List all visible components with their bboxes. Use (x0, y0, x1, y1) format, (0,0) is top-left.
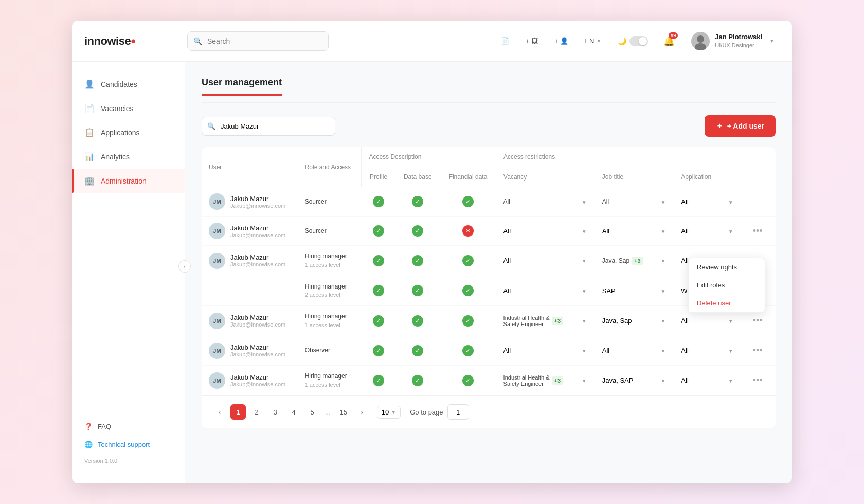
sidebar-item-vacancies[interactable]: 📄 Vacancies (72, 96, 185, 120)
toggle-track[interactable] (629, 36, 648, 46)
user-info: Jan Piotrowski UI/UX Desinger (715, 33, 762, 49)
add-user-button[interactable]: ＋ + Add user (705, 115, 776, 137)
delete-user-item[interactable]: Delete user (689, 294, 765, 312)
chevron-down-icon[interactable]: ▼ (728, 229, 733, 235)
more-button[interactable]: ••• (749, 343, 767, 357)
next-page-button[interactable]: › (354, 404, 370, 420)
page-3-button[interactable]: 3 (267, 404, 283, 420)
per-page-selector[interactable]: 10 ▼ (377, 406, 401, 419)
chevron-down-icon[interactable]: ▼ (728, 378, 733, 384)
add-doc-button[interactable]: + 📄 (491, 34, 513, 48)
role-cell: Hiring manager1 access level (298, 246, 362, 276)
vacancy-cell: Industrial Health &Safety Engineer +3 (496, 365, 574, 395)
page-4-button[interactable]: 4 (286, 404, 301, 420)
chevron-down-icon[interactable]: ▼ (660, 229, 665, 235)
user-role: UI/UX Desinger (715, 42, 762, 49)
vacancy-chevron-cell[interactable]: ▼ (574, 276, 595, 306)
page-5-button[interactable]: 5 (304, 404, 320, 420)
chevron-down-icon[interactable]: ▼ (582, 200, 587, 205)
chevron-down-icon[interactable]: ▼ (582, 318, 587, 324)
notifications-button[interactable]: 🔔 99 (660, 32, 678, 50)
chevron-down-icon[interactable]: ▼ (582, 258, 587, 264)
support-icon: 🌐 (84, 441, 93, 448)
page-15-button[interactable]: 15 (336, 404, 351, 420)
col-user: User (202, 147, 298, 187)
chevron-down-icon[interactable]: ▼ (660, 200, 665, 205)
page-title-wrap: User management (202, 77, 776, 103)
sidebar-item-applications[interactable]: 📋 Applications (72, 120, 185, 145)
review-rights-item[interactable]: Review rights (689, 258, 765, 276)
theme-toggle[interactable]: 🌙 (614, 34, 652, 48)
search-icon: 🔍 (193, 37, 202, 45)
col-role-access: Role and Access (298, 147, 362, 187)
job-title-chevron-cell[interactable]: ▼ (653, 276, 674, 306)
sidebar-item-administration[interactable]: 🏢 Administration (72, 169, 185, 193)
page-1-button[interactable]: 1 (230, 404, 246, 420)
chevron-down-icon[interactable]: ▼ (582, 378, 587, 384)
table-row: JM Jakub Mazur Jakub@innowise.com Observ… (202, 336, 776, 365)
user-cell: JM Jakub Mazur Jakub@innowise.com (202, 306, 298, 336)
chevron-down-icon[interactable]: ▼ (582, 229, 587, 235)
sidebar-collapse-button[interactable]: ‹ (178, 260, 191, 273)
job-title-chevron-cell[interactable]: ▼ (653, 187, 674, 217)
more-cell[interactable]: ••• (742, 365, 776, 395)
check-icon: ✓ (373, 315, 384, 327)
profile-cell: ✓ (362, 217, 395, 246)
job-title-chevron-cell[interactable]: ▼ (653, 365, 674, 395)
more-cell[interactable]: ••• (742, 217, 776, 246)
more-cell[interactable]: ••• (742, 336, 776, 365)
role-cell: Sourcer (298, 217, 362, 246)
job-title-chevron-cell[interactable]: ▼ (653, 217, 674, 246)
user-search-input[interactable] (202, 117, 335, 136)
chevron-down-icon[interactable]: ▼ (728, 348, 733, 354)
more-button[interactable]: ••• (749, 313, 767, 328)
chevron-down-icon[interactable]: ▼ (660, 378, 665, 384)
chevron-down-icon[interactable]: ▼ (660, 348, 665, 354)
goto-page-input[interactable] (447, 404, 469, 420)
application-chevron-cell[interactable]: ▼ (721, 187, 742, 217)
technical-support-link[interactable]: 🌐 Technical support (72, 436, 185, 454)
vacancy-chevron-cell[interactable]: ▼ (574, 217, 595, 246)
add-person-button[interactable]: + 👤 (550, 34, 572, 48)
page-2-button[interactable]: 2 (249, 404, 264, 420)
chevron-down-icon[interactable]: ▼ (582, 289, 587, 294)
job-title-chevron-cell[interactable]: ▼ (653, 306, 674, 336)
database-cell: ✓ (395, 276, 440, 306)
application-cell: All (674, 336, 721, 365)
chevron-down-icon[interactable]: ▼ (660, 258, 665, 264)
application-cell: All (674, 187, 721, 217)
chevron-down-icon[interactable]: ▼ (728, 200, 733, 205)
vacancy-chevron-cell[interactable]: ▼ (574, 187, 595, 217)
chevron-down-icon[interactable]: ▼ (660, 289, 665, 294)
pagination: ‹ 1 2 3 4 5 ... 15 › 10 ▼ Go to page (202, 395, 776, 428)
applications-icon: 📋 (84, 128, 95, 137)
more-button[interactable]: ••• (749, 373, 767, 387)
check-icon: ✓ (373, 196, 384, 207)
sidebar-item-analytics[interactable]: 📊 Analytics (72, 145, 185, 169)
prev-page-button[interactable]: ‹ (212, 404, 227, 420)
chevron-down-icon[interactable]: ▼ (660, 318, 665, 324)
vacancy-chevron-cell[interactable]: ▼ (574, 246, 595, 276)
job-title-chevron-cell[interactable]: ▼ (653, 336, 674, 365)
more-button[interactable]: ••• (749, 224, 767, 238)
global-search-input[interactable] (187, 31, 329, 51)
vacancy-chevron-cell[interactable]: ▼ (574, 336, 595, 365)
user-profile[interactable]: Jan Piotrowski UI/UX Desinger ▼ (686, 29, 780, 53)
job-title-cell: Java, Sap (595, 306, 654, 336)
edit-roles-item[interactable]: Edit roles (689, 276, 765, 294)
language-selector[interactable]: EN ▼ (581, 34, 605, 48)
vacancy-chevron-cell[interactable]: ▼ (574, 306, 595, 336)
sidebar-item-candidates[interactable]: 👤 Candidates (72, 72, 185, 96)
chevron-down-icon[interactable]: ▼ (582, 348, 587, 354)
check-icon: ✓ (373, 375, 384, 386)
application-chevron-cell[interactable]: ▼ (721, 217, 742, 246)
vacancy-chevron-cell[interactable]: ▼ (574, 365, 595, 395)
application-chevron-cell[interactable]: ▼ (721, 336, 742, 365)
job-title-chevron-cell[interactable]: ▼ (653, 246, 674, 276)
chevron-down-icon[interactable]: ▼ (728, 318, 733, 324)
application-chevron-cell[interactable]: ▼ (721, 365, 742, 395)
financial-cell: ✕ (440, 217, 496, 246)
add-media-button[interactable]: + 🖼 (521, 34, 542, 48)
faq-link[interactable]: ❓ FAQ (72, 418, 185, 436)
financial-cell: ✓ (440, 187, 496, 217)
